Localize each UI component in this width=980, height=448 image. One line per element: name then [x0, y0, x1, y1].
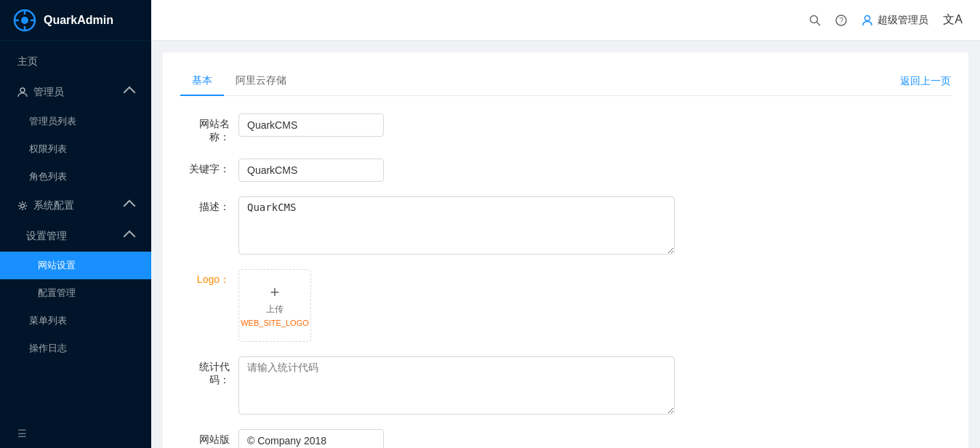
content-area: 基本 阿里云存储 返回上一页 网站名称：: [151, 41, 980, 448]
form-row-website-name: 网站名称：: [180, 113, 762, 144]
description-textarea[interactable]: [238, 196, 675, 255]
upload-subtext: WEB_SITE_LOGO: [241, 319, 309, 327]
sidebar-logo[interactable]: QuarkAdmin: [0, 0, 151, 41]
help-button[interactable]: ?: [835, 15, 847, 26]
sidebar-item-home-label: 主页: [17, 55, 38, 68]
tab-basic[interactable]: 基本: [180, 67, 224, 96]
svg-text:?: ?: [840, 17, 844, 25]
stats-label: 统计代码：: [180, 356, 238, 387]
user-menu[interactable]: 超级管理员: [861, 14, 928, 27]
gear-icon: [17, 201, 28, 211]
config-mgmt-label: 配置管理: [38, 287, 76, 300]
website-name-label: 网站名称：: [180, 113, 238, 144]
sidebar: QuarkAdmin 主页 管理员 管理员列表 权限列表 角色列表: [0, 0, 151, 448]
svg-point-8: [811, 15, 818, 23]
copyright-label: 网站版权：: [180, 429, 238, 448]
sidebar-item-operation-log[interactable]: 操作日志: [0, 335, 151, 362]
sidebar-collapse-button[interactable]: ☰: [0, 419, 151, 448]
language-button[interactable]: 文A: [943, 12, 963, 28]
website-name-input[interactable]: [238, 113, 384, 137]
settings-chevron-icon: [124, 231, 136, 243]
sidebar-group-settings[interactable]: 设置管理: [0, 221, 151, 252]
svg-point-6: [20, 88, 25, 92]
website-settings-label: 网站设置: [38, 259, 76, 272]
svg-point-1: [21, 17, 28, 24]
system-chevron-icon: [124, 200, 136, 212]
tabs-left: 基本 阿里云存储: [180, 67, 298, 95]
sidebar-item-menu-list[interactable]: 菜单列表: [0, 307, 151, 335]
top-header: ? 超级管理员 文A: [151, 0, 980, 41]
tab-aliyun[interactable]: 阿里云存储: [224, 67, 298, 96]
form-row-keyword: 关键字：: [180, 159, 762, 182]
user-name: 超级管理员: [877, 14, 928, 27]
svg-point-12: [865, 15, 870, 20]
back-link[interactable]: 返回上一页: [900, 75, 951, 88]
svg-point-7: [21, 204, 25, 208]
logo-icon: [13, 9, 36, 32]
svg-line-9: [817, 22, 821, 25]
sidebar-item-config-mgmt[interactable]: 配置管理: [0, 279, 151, 307]
upload-plus-icon: +: [270, 284, 280, 300]
operation-log-label: 操作日志: [29, 342, 67, 355]
description-label: 描述：: [180, 196, 238, 214]
search-icon: [809, 15, 821, 26]
form-container: 网站名称： 关键字： 描述： Logo： +: [180, 113, 762, 448]
system-config-label: 系统配置: [33, 199, 74, 212]
sidebar-item-roles[interactable]: 角色列表: [0, 163, 151, 191]
upload-text: 上传: [266, 303, 284, 316]
keyword-input[interactable]: [238, 159, 384, 182]
sidebar-item-permissions[interactable]: 权限列表: [0, 135, 151, 163]
user-group-icon: [17, 87, 28, 97]
search-button[interactable]: [809, 15, 821, 26]
permissions-label: 权限列表: [29, 143, 67, 156]
tabs-bar: 基本 阿里云存储 返回上一页: [180, 67, 951, 96]
sidebar-group-system[interactable]: 系统配置: [0, 191, 151, 221]
form-row-logo: Logo： + 上传 WEB_SITE_LOGO: [180, 269, 762, 342]
form-row-description: 描述：: [180, 196, 762, 255]
logo-upload-box[interactable]: + 上传 WEB_SITE_LOGO: [238, 269, 311, 342]
page-content: 基本 阿里云存储 返回上一页 网站名称：: [163, 52, 968, 448]
sidebar-group-admin[interactable]: 管理员: [0, 77, 151, 108]
admin-list-label: 管理员列表: [29, 115, 76, 128]
menu-list-label: 菜单列表: [29, 314, 67, 327]
admin-group-label: 管理员: [33, 86, 64, 99]
main-area: ? 超级管理员 文A 基本 阿里云存储: [151, 0, 980, 448]
settings-mgmt-label: 设置管理: [26, 230, 67, 243]
sidebar-item-admin-list[interactable]: 管理员列表: [0, 108, 151, 135]
stats-textarea[interactable]: [238, 356, 675, 415]
roles-label: 角色列表: [29, 170, 67, 183]
sidebar-item-home[interactable]: 主页: [0, 47, 151, 77]
help-icon: ?: [835, 15, 847, 26]
logo-label: Logo：: [180, 269, 238, 287]
form-row-copyright: 网站版权：: [180, 429, 762, 448]
user-avatar-icon: [861, 15, 873, 26]
app-title: QuarkAdmin: [44, 14, 113, 27]
form-row-stats: 统计代码：: [180, 356, 762, 415]
sidebar-item-website-settings[interactable]: 网站设置: [0, 252, 151, 279]
sidebar-nav: 主页 管理员 管理员列表 权限列表 角色列表: [0, 41, 151, 419]
copyright-input[interactable]: [238, 429, 384, 448]
admin-chevron-icon: [124, 87, 136, 99]
keyword-label: 关键字：: [180, 159, 238, 176]
